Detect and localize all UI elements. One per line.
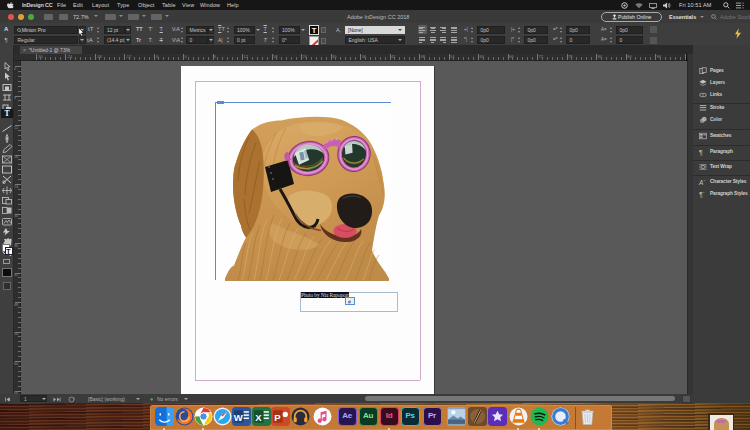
svg-text:W: W [233,412,242,423]
svg-text:P: P [274,412,281,423]
svg-text:X: X [255,412,262,423]
